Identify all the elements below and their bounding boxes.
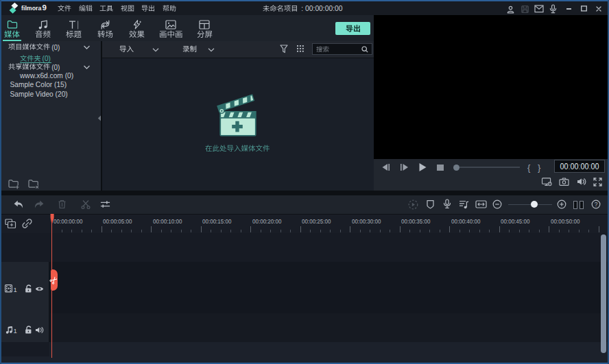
svg-text:?: ? (595, 201, 598, 208)
